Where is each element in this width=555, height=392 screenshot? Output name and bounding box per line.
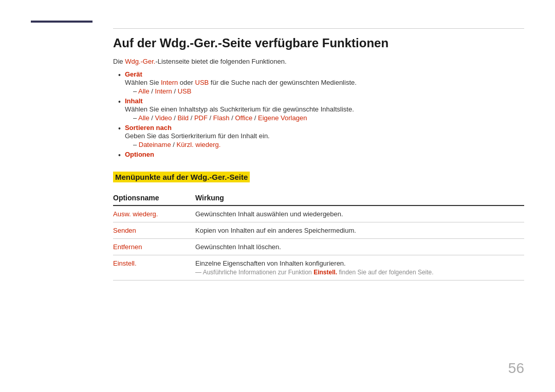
opt-name-einstell: Einstell. bbox=[113, 255, 195, 281]
section-heading-highlight: Menüpunkte auf der Wdg.-Ger.-Seite bbox=[113, 162, 524, 189]
bullet-list: • Gerät Wählen Sie Intern oder USB für d… bbox=[118, 70, 524, 159]
intro-prefix: Die bbox=[113, 58, 125, 65]
bullet-content-sortieren: Sortieren nach Geben Sie das Sortierkrit… bbox=[125, 124, 524, 148]
link-usb-2: USB bbox=[178, 87, 192, 95]
opt-desc-ausw: Gewünschten Inhalt auswählen und wiederg… bbox=[195, 206, 524, 222]
intro-paragraph: Die Wdg.-Ger.-Listenseite bietet die fol… bbox=[113, 58, 524, 65]
options-table: Optionsname Wirkung Ausw. wiederg. Gewün… bbox=[113, 191, 524, 281]
einstell-main-desc: Einzelne Eigenschaften von Inhalten konf… bbox=[195, 259, 519, 267]
link-intern: Intern bbox=[161, 79, 178, 86]
link-intern-2: Intern bbox=[155, 87, 172, 95]
bullet-label-sortieren: Sortieren nach bbox=[125, 124, 172, 132]
link-dateiname: Dateiname bbox=[139, 141, 171, 148]
opt-desc-senden: Kopien von Inhalten auf ein anderes Spei… bbox=[195, 222, 524, 239]
opt-name-ausw: Ausw. wiederg. bbox=[113, 206, 195, 222]
link-pdf: PDF bbox=[194, 114, 208, 122]
sub-bullet-sortieren: Dateiname / Kürzl. wiederg. bbox=[133, 141, 524, 148]
bullet-content-inhalt: Inhalt Wählen Sie einen Inhaltstyp als S… bbox=[125, 97, 524, 122]
link-video: Video bbox=[155, 114, 172, 122]
opt-name-entfernen: Entfernen bbox=[113, 239, 195, 255]
link-eigene-vorlagen: Eigene Vorlagen bbox=[258, 114, 307, 122]
bullet-dot-1: • bbox=[118, 71, 121, 79]
bullet-content-geraet: Gerät Wählen Sie Intern oder USB für die… bbox=[125, 70, 524, 95]
link-alle-1: Alle bbox=[138, 87, 150, 95]
bullet-label-geraet: Gerät bbox=[125, 70, 142, 78]
bullet-item-geraet: • Gerät Wählen Sie Intern oder USB für d… bbox=[118, 70, 524, 95]
table-row: Einstell. Einzelne Eigenschaften von Inh… bbox=[113, 255, 524, 281]
sub-bullet-inhalt: Alle / Video / Bild / PDF / Flash / Offi… bbox=[133, 114, 524, 122]
link-einstell-note: Einstell. bbox=[313, 269, 337, 276]
table-row: Ausw. wiederg. Gewünschten Inhalt auswäh… bbox=[113, 206, 524, 222]
main-content: Auf der Wdg.-Ger.-Seite verfügbare Funkt… bbox=[113, 36, 524, 281]
link-bild: Bild bbox=[177, 114, 189, 122]
bullet-item-inhalt: • Inhalt Wählen Sie einen Inhaltstyp als… bbox=[118, 97, 524, 122]
bullet-label-optionen: Optionen bbox=[125, 151, 154, 158]
table-row: Senden Kopien von Inhalten auf ein ander… bbox=[113, 222, 524, 239]
einstell-note: — Ausführliche Informationen zur Funktio… bbox=[195, 269, 519, 276]
bullet-content-optionen: Optionen bbox=[125, 151, 524, 158]
opt-desc-entfernen: Gewünschten Inhalt löschen. bbox=[195, 239, 524, 255]
link-alle-2: Alle bbox=[138, 114, 150, 122]
bullet-desc-sortieren: Geben Sie das Sortierkriterium für den I… bbox=[125, 132, 524, 140]
bullet-label-inhalt: Inhalt bbox=[125, 97, 143, 105]
link-kuerzl: Kürzl. wiederg. bbox=[176, 141, 220, 148]
intro-link: Wdg.-Ger. bbox=[125, 58, 155, 65]
col-header-wirkung: Wirkung bbox=[195, 191, 524, 206]
link-office: Office bbox=[235, 114, 252, 122]
intro-suffix: -Listenseite bietet die folgenden Funkti… bbox=[155, 58, 286, 65]
sub-bullet-geraet: Alle / Intern / USB bbox=[133, 87, 524, 95]
page-title: Auf der Wdg.-Ger.-Seite verfügbare Funkt… bbox=[113, 36, 524, 50]
link-usb: USB bbox=[195, 79, 209, 86]
bullet-desc-geraet: Wählen Sie Intern oder USB für die Suche… bbox=[125, 79, 524, 86]
table-header-row: Optionsname Wirkung bbox=[113, 191, 524, 206]
opt-desc-einstell: Einzelne Eigenschaften von Inhalten konf… bbox=[195, 255, 524, 281]
bullet-dot-4: • bbox=[118, 151, 121, 159]
bullet-dot-2: • bbox=[118, 98, 121, 106]
bullet-desc-inhalt: Wählen Sie einen Inhaltstyp als Suchkrit… bbox=[125, 105, 524, 113]
bullet-item-optionen: • Optionen bbox=[118, 151, 524, 159]
opt-name-senden: Senden bbox=[113, 222, 195, 239]
bullet-dot-3: • bbox=[118, 124, 121, 133]
section-heading-text: Menüpunkte auf der Wdg.-Ger.-Seite bbox=[113, 172, 250, 182]
bullet-item-sortieren: • Sortieren nach Geben Sie das Sortierkr… bbox=[118, 124, 524, 148]
col-header-optionsname: Optionsname bbox=[113, 191, 195, 206]
table-row: Entfernen Gewünschten Inhalt löschen. bbox=[113, 239, 524, 255]
link-flash: Flash bbox=[213, 114, 230, 122]
page-number: 56 bbox=[508, 360, 524, 377]
